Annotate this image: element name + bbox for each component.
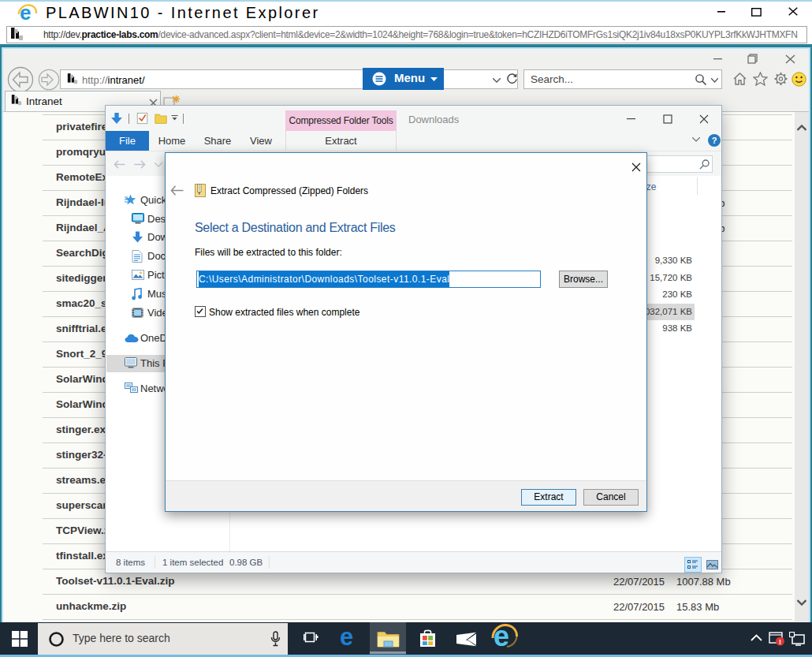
svg-text:!: ! bbox=[779, 638, 781, 646]
